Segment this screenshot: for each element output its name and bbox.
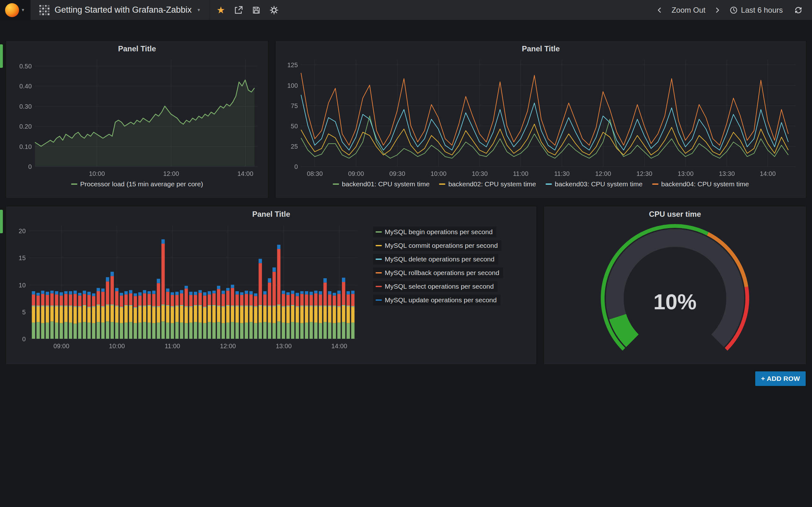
panel-mysql-operations: Panel Title MySQL begin operations per s… (6, 207, 536, 364)
dashboard-title: Getting Started with Grafana-Zabbix (55, 5, 192, 15)
chevron-right-icon (714, 7, 721, 14)
series-color-mark (375, 286, 382, 287)
legend-label: backend02: CPU system time (448, 180, 536, 188)
grafana-menu-button[interactable]: ▼ (0, 0, 31, 20)
star-icon: ★ (217, 4, 225, 15)
legend-item[interactable]: backend04: CPU system time (652, 180, 749, 188)
legend-item[interactable]: MySQL select operations per second (373, 281, 498, 292)
legend-label: MySQL update operations per second (385, 296, 497, 304)
panel-processor-load: Panel Title Processor load (15 min avera… (6, 41, 268, 198)
legend-label: MySQL delete operations per second (385, 256, 495, 263)
series-color-mark (375, 245, 382, 246)
legend-item[interactable]: MySQL commit operations per second (373, 240, 502, 251)
time-controls: Zoom Out Last 6 hours (653, 0, 812, 20)
series-color-mark (546, 183, 552, 185)
refresh-icon (794, 6, 803, 14)
save-dashboard-button[interactable] (247, 0, 265, 20)
share-dashboard-button[interactable] (230, 0, 247, 20)
legend-item[interactable]: MySQL update operations per second (373, 295, 501, 305)
legend-label: MySQL begin operations per second (385, 228, 493, 236)
legend-label: MySQL select operations per second (385, 283, 494, 290)
legend-label: backend01: CPU system time (342, 180, 430, 188)
panel-title[interactable]: CPU user time (545, 207, 805, 221)
processor-load-chart[interactable] (11, 55, 263, 179)
legend-item[interactable]: MySQL delete operations per second (373, 254, 498, 265)
legend-item[interactable]: MySQL rollback operations per second (373, 268, 503, 278)
panel-title[interactable]: Panel Title (7, 207, 536, 221)
series-color-mark (375, 299, 382, 301)
series-color-mark (333, 183, 339, 185)
caret-down-icon: ▼ (197, 8, 201, 12)
dashboard-grid-icon (39, 5, 49, 15)
legend: MySQL begin operations per second MySQL … (373, 227, 503, 305)
panel-title[interactable]: Panel Title (7, 42, 267, 55)
gear-icon (269, 5, 279, 15)
time-range-label: Last 6 hours (741, 6, 783, 14)
legend: Processor load (15 min average per core) (7, 180, 267, 188)
legend-item[interactable]: MySQL begin operations per second (373, 227, 496, 237)
legend: backend01: CPU system time backend02: CP… (276, 180, 805, 188)
dashboard-settings-button[interactable] (265, 0, 283, 20)
shift-time-back-button[interactable] (653, 7, 667, 14)
shift-time-forward-button[interactable] (710, 7, 724, 14)
legend-item[interactable]: backend01: CPU system time (333, 180, 430, 188)
zoom-out-button[interactable]: Zoom Out (668, 6, 709, 14)
chevron-left-icon (656, 7, 663, 14)
refresh-button[interactable] (791, 6, 806, 14)
legend-label: backend03: CPU system time (555, 180, 643, 188)
legend-item[interactable]: backend02: CPU system time (439, 180, 536, 188)
series-color-mark (71, 183, 78, 185)
legend-item[interactable]: Processor load (15 min average per core) (71, 180, 203, 188)
panel-title[interactable]: Panel Title (276, 42, 805, 55)
panel-cpu-user-time: CPU user time (544, 207, 806, 364)
row-toggle-2[interactable] (0, 210, 3, 233)
save-icon (252, 6, 261, 14)
legend-item[interactable]: backend03: CPU system time (546, 180, 643, 188)
grafana-logo-icon (5, 3, 19, 17)
time-range-picker-button[interactable]: Last 6 hours (725, 6, 787, 14)
add-row-button[interactable]: + ADD ROW (755, 372, 806, 386)
series-color-mark (375, 259, 382, 260)
series-color-mark (439, 183, 445, 185)
series-color-mark (375, 231, 382, 233)
cpu-user-time-gauge[interactable] (548, 221, 802, 360)
navbar: ▼ Getting Started with Grafana-Zabbix ▼ … (0, 0, 812, 20)
series-color-mark (375, 272, 382, 274)
legend-label: MySQL rollback operations per second (385, 269, 499, 277)
legend-label: backend04: CPU system time (661, 180, 749, 188)
clock-icon (729, 6, 738, 14)
star-dashboard-button[interactable]: ★ (212, 0, 230, 20)
legend-label: MySQL commit operations per second (385, 242, 498, 249)
dashboard-picker-button[interactable]: Getting Started with Grafana-Zabbix ▼ (31, 0, 210, 20)
dashboard-actions: ★ (210, 0, 285, 20)
legend-label: Processor load (15 min average per core) (80, 180, 203, 188)
cpu-system-time-chart[interactable] (281, 55, 801, 179)
mysql-operations-chart[interactable] (11, 221, 363, 351)
panel-cpu-system-time: Panel Title backend01: CPU system time b… (276, 41, 806, 198)
series-color-mark (652, 183, 658, 185)
row-toggle-1[interactable] (0, 44, 3, 68)
caret-down-icon: ▼ (21, 8, 25, 12)
share-icon (234, 5, 243, 15)
